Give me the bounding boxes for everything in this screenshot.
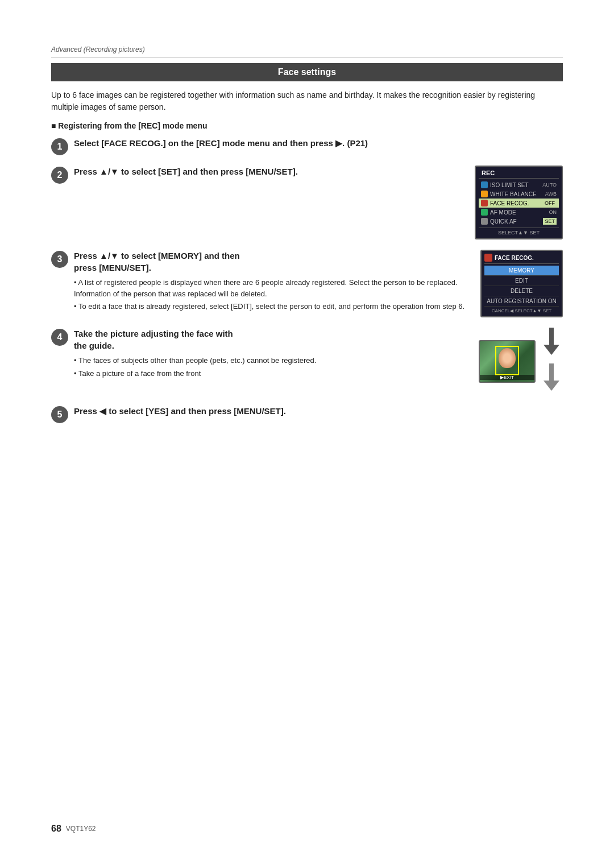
sub-heading: Registering from the [REC] mode menu — [51, 121, 563, 130]
camera-menu-mockup: REC ISO LIMIT SET AUTO WHITE BALANCE AWB… — [475, 166, 563, 239]
step-2-title: Press ▲/▼ to select [SET] and then press… — [74, 166, 467, 177]
step-3: 3 Press ▲/▼ to select [MEMORY] and then … — [51, 250, 563, 317]
camera-menu-footer: SELECT▲▼ SET — [479, 228, 559, 235]
fr-item-auto-reg: AUTO REGISTRATION ON — [484, 296, 559, 307]
step-number-5: 5 — [51, 406, 68, 423]
menu-item-af: AF MODE ON — [479, 208, 559, 217]
menu-item-wb: WHITE BALANCE AWB — [479, 189, 559, 199]
step-4-bullet-1: The faces of subjects other than people … — [74, 355, 472, 366]
camera-menu-header: REC — [479, 170, 559, 179]
step-1: 1 Select [FACE RECOG.] on the [REC] mode… — [51, 137, 563, 155]
step-4-bullets: The faces of subjects other than people … — [74, 355, 472, 379]
step-5-title: Press ◀ to select [YES] and then press [… — [74, 405, 563, 417]
step-4-bullet-2: Take a picture of a face from the front — [74, 368, 472, 379]
step-2: 2 Press ▲/▼ to select [SET] and then pre… — [51, 166, 563, 239]
step-3-bullet-2: To edit a face that is already registere… — [74, 301, 474, 312]
step-number-4: 4 — [51, 329, 68, 346]
step-1-title: Select [FACE RECOG.] on the [REC] mode m… — [74, 137, 563, 149]
arrow-down-icon-2 — [540, 363, 563, 395]
menu-item-qaf: QUICK AF SET — [479, 217, 559, 226]
fr-item-edit: EDIT — [484, 276, 559, 286]
face-recog-menu-header: FACE RECOG. — [484, 254, 559, 264]
screen-exit-label: ▶EXIT — [480, 375, 534, 380]
section-title: Face settings — [51, 63, 563, 81]
step-number-2: 2 — [51, 167, 68, 184]
menu-item-face: FACE RECOG. OFF — [479, 199, 559, 208]
face-recog-menu-mockup: FACE RECOG. MEMORY EDIT DELETE AUTO REGI… — [480, 250, 563, 317]
face-recog-menu-footer: CANCEL◀ SELECT▲▼ SET — [484, 307, 559, 313]
wb-icon — [481, 191, 488, 197]
arrow-down-icon-1 — [540, 328, 563, 359]
arrow-head-1 — [544, 345, 559, 355]
qaf-icon — [481, 218, 488, 225]
menu-item-iso: ISO LIMIT SET AUTO — [479, 180, 559, 189]
footer: 68 VQT1Y62 — [51, 824, 96, 834]
arrow-icons — [540, 328, 563, 395]
register-face-container: ▶EXIT — [479, 328, 563, 395]
arrow-stem-2 — [549, 363, 554, 381]
model-code: VQT1Y62 — [66, 825, 96, 833]
step-3-content: Press ▲/▼ to select [MEMORY] and then pr… — [74, 250, 563, 317]
register-face-screen: ▶EXIT — [479, 340, 536, 383]
step-5: 5 Press ◀ to select [YES] and then press… — [51, 405, 563, 423]
fr-item-delete: DELETE — [484, 286, 559, 296]
breadcrumb: Advanced (Recording pictures) — [51, 46, 563, 57]
step-1-content: Select [FACE RECOG.] on the [REC] mode m… — [74, 137, 563, 151]
arrow-head-2 — [544, 381, 559, 391]
step-3-title: Press ▲/▼ to select [MEMORY] and then pr… — [74, 250, 474, 274]
face-recog-icon — [481, 200, 488, 206]
step-4-title: Take the picture adjusting the face with… — [74, 328, 472, 352]
step-2-content: Press ▲/▼ to select [SET] and then press… — [74, 166, 563, 239]
face-frame — [495, 346, 519, 375]
iso-icon — [481, 181, 488, 188]
fr-item-memory: MEMORY — [484, 266, 559, 276]
step-5-content: Press ◀ to select [YES] and then press [… — [74, 405, 563, 419]
page-number: 68 — [51, 824, 61, 834]
step-4: 4 Take the picture adjusting the face wi… — [51, 328, 563, 395]
step-4-content: Take the picture adjusting the face with… — [74, 328, 563, 395]
face-recog-menu-icon — [484, 254, 492, 262]
step-3-bullets: A list of registered people is displayed… — [74, 277, 474, 312]
arrow-stem-1 — [549, 328, 554, 345]
intro-text: Up to 6 face images can be registered to… — [51, 89, 563, 113]
af-icon — [481, 209, 488, 216]
step-number-1: 1 — [51, 138, 68, 155]
step-3-bullet-1: A list of registered people is displayed… — [74, 277, 474, 299]
step-number-3: 3 — [51, 251, 68, 268]
